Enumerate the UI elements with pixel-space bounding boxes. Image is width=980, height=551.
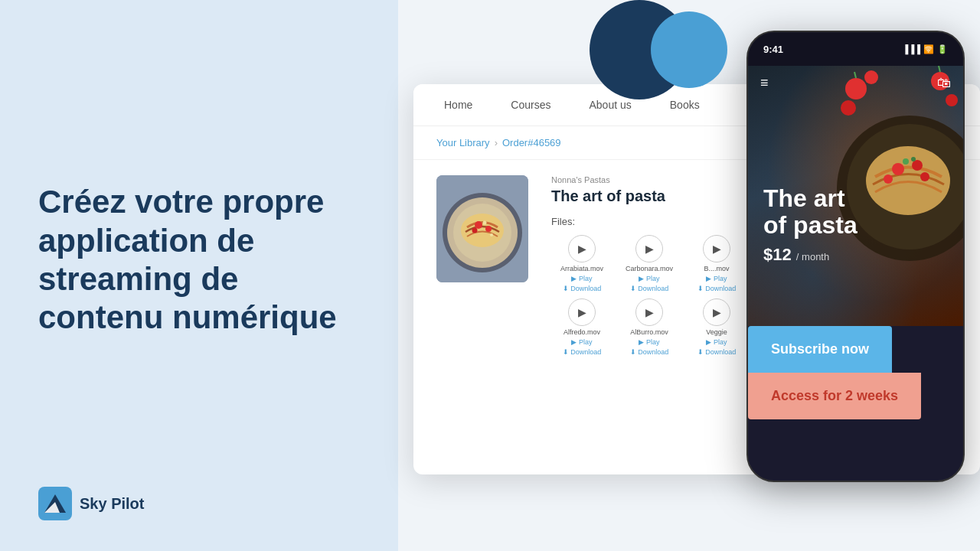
access-button[interactable]: Access for 2 weeks [748,373,921,419]
svg-point-8 [475,221,482,229]
file-name: Veggie [706,328,727,336]
file-play-action[interactable]: ▶ Play [639,275,659,282]
nav-home[interactable]: Home [444,99,472,111]
hero-price: $12 / month [763,245,858,265]
svg-point-21 [911,157,916,161]
mobile-status-bar: 9:41 ▐▐▐ 🛜 🔋 [748,32,963,66]
mobile-screenshot: 9:41 ▐▐▐ 🛜 🔋 [746,31,965,482]
wifi-icon: 🛜 [923,44,934,54]
svg-point-10 [472,228,478,233]
headline: Créez votre propre application de stream… [38,183,360,337]
file-download-action[interactable]: ⬇ Download [630,285,669,292]
hero-title: The artof pasta [763,185,858,239]
svg-point-18 [884,174,893,184]
svg-point-19 [920,172,929,181]
breadcrumb-library[interactable]: Your Library [436,137,490,148]
status-time: 9:41 [763,44,783,55]
file-play-action[interactable]: ▶ Play [571,275,592,282]
breadcrumb-separator: › [495,137,498,148]
file-play-action[interactable]: ▶ Play [706,275,727,282]
svg-point-16 [892,163,904,175]
status-icons: ▐▐▐ 🛜 🔋 [903,44,948,54]
svg-point-9 [485,226,492,232]
file-name: Carbonara.mov [626,265,673,272]
file-name: B....mov [704,265,729,272]
nav-courses[interactable]: Courses [511,99,550,111]
price-period: / month [796,251,829,262]
file-item: ▶ Veggie ▶ Play ⬇ Download [686,298,747,356]
file-name: Alfredo.mov [564,328,600,336]
file-name: Arrabiata.mov [560,265,603,272]
price-value: $12 [763,245,792,264]
nav-books[interactable]: Books [670,99,700,111]
file-name: AlBurro.mov [630,328,668,336]
subscribe-button[interactable]: Subscribe now [748,326,892,373]
mobile-top-bar: ≡ 🛍 [748,66,963,99]
hamburger-icon[interactable]: ≡ [760,75,769,91]
product-image [436,175,528,282]
file-play-icon[interactable]: ▶ [635,235,663,262]
breadcrumb-order[interactable]: Order#46569 [502,137,561,148]
file-play-icon[interactable]: ▶ [703,235,730,262]
logo-text: Sky Pilot [80,495,144,513]
svg-point-17 [912,160,923,171]
mobile-hero: ≡ 🛍 The artof pasta $12 / month [748,66,963,326]
file-download-action[interactable]: ⬇ Download [697,285,737,292]
file-play-action[interactable]: ▶ Play [639,338,659,346]
file-download-action[interactable]: ⬇ Download [630,348,669,356]
hero-text: The artof pasta $12 / month [763,185,858,265]
svg-point-11 [483,221,487,225]
file-item: ▶ B....mov ▶ Play ⬇ Download [686,235,747,292]
skypilot-logo-icon [38,487,72,520]
file-play-icon[interactable]: ▶ [568,298,596,326]
file-download-action[interactable]: ⬇ Download [563,285,602,292]
file-download-action[interactable]: ⬇ Download [563,348,602,356]
file-item: ▶ Alfredo.mov ▶ Play ⬇ Download [551,298,612,356]
file-play-icon[interactable]: ▶ [568,235,596,262]
signal-icon: ▐▐▐ [903,44,920,54]
nav-about[interactable]: About us [590,99,632,111]
file-item: ▶ Arrabiata.mov ▶ Play ⬇ Download [551,235,612,292]
file-play-action[interactable]: ▶ Play [571,338,592,346]
file-item: ▶ Carbonara.mov ▶ Play ⬇ Download [619,235,680,292]
file-item: ▶ AlBurro.mov ▶ Play ⬇ Download [619,298,680,356]
file-play-action[interactable]: ▶ Play [706,338,727,346]
left-panel: Créez votre propre application de stream… [0,0,398,551]
svg-point-20 [903,158,909,165]
svg-point-12 [490,233,493,236]
cart-icon[interactable]: 🛍 [937,75,951,91]
battery-icon: 🔋 [937,44,948,54]
file-play-icon[interactable]: ▶ [635,298,663,326]
file-play-icon[interactable]: ▶ [703,298,730,326]
file-download-action[interactable]: ⬇ Download [697,348,737,356]
pasta-image-svg [436,175,528,282]
logo-container: Sky Pilot [38,487,144,520]
deco-circle-blue [651,11,727,88]
svg-point-23 [841,100,856,116]
